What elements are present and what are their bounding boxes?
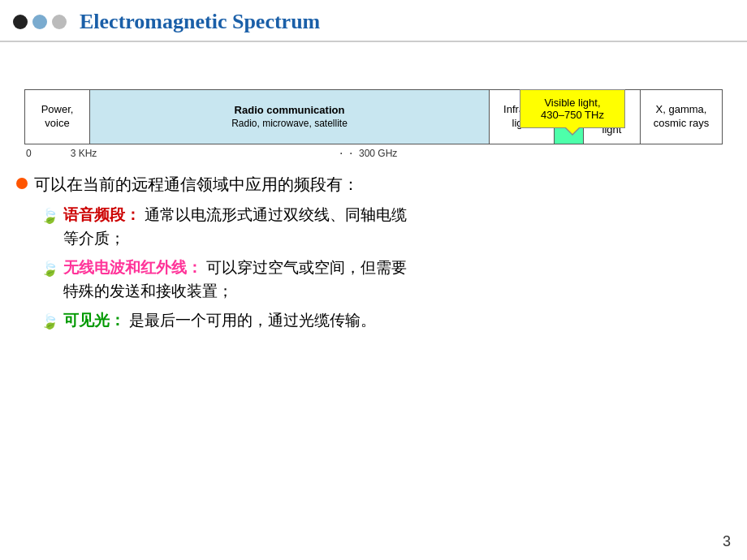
sub-item-3-body: 是最后一个可用的，通过光缆传输。 xyxy=(129,312,376,329)
freq-dot-1: · xyxy=(339,146,343,161)
frequency-labels: 0 3 KHz · · 300 GHz xyxy=(24,148,723,159)
dot-blue xyxy=(32,15,47,29)
window-dots xyxy=(13,15,67,29)
highlight-radio: 无线电波和红外线： xyxy=(63,259,202,276)
highlight-voice: 语音频段： xyxy=(63,206,140,223)
sub-item-2-text: 无线电波和红外线： 可以穿过空气或空间，但需要特殊的发送和接收装置； xyxy=(63,256,407,303)
sub-item-3: 🍃 可见光： 是最后一个可用的，通过光缆传输。 xyxy=(41,309,731,333)
freq-zero: 0 xyxy=(26,148,32,159)
spectrum-cell-power: Power,voice xyxy=(25,90,90,144)
spectrum-cell-radio: Radio communication Radio, microwave, sa… xyxy=(90,90,490,144)
freq-3k: 3 KHz xyxy=(71,148,97,159)
sub-bullet-2: 🍃 xyxy=(41,258,58,280)
highlight-visible: 可见光： xyxy=(63,312,125,329)
header: Electromagnetic Spectrum xyxy=(0,0,747,42)
spectrum-cell-xray: X, gamma,cosmic rays xyxy=(641,90,722,144)
sub-bullet-3: 🍃 xyxy=(41,311,58,333)
freq-dot-2: · xyxy=(349,146,352,161)
dot-gray xyxy=(52,15,67,29)
freq-300g: 300 GHz xyxy=(359,148,397,159)
main-bullet-dot xyxy=(16,178,28,189)
sub-item-1-text: 语音频段： 通常以电流形式通过双绞线、同轴电缆等介质； xyxy=(63,204,407,250)
sub-item-2: 🍃 无线电波和红外线： 可以穿过空气或空间，但需要特殊的发送和接收装置； xyxy=(41,256,731,303)
visible-light-callout: Visible light, 430–750 THz xyxy=(520,89,625,128)
sub-item-3-text: 可见光： 是最后一个可用的，通过光缆传输。 xyxy=(63,309,376,333)
dot-black xyxy=(13,15,28,29)
page-title: Electromagnetic Spectrum xyxy=(80,10,320,34)
callout-text: Visible light, 430–750 THz xyxy=(541,97,604,121)
content-area: 可以在当前的远程通信领域中应用的频段有： 🍃 语音频段： 通常以电流形式通过双绞… xyxy=(16,174,731,333)
main-bullet: 可以在当前的远程通信领域中应用的频段有： xyxy=(16,174,731,196)
sub-bullet-1: 🍃 xyxy=(41,205,58,227)
main-bullet-text: 可以在当前的远程通信领域中应用的频段有： xyxy=(34,174,359,196)
sub-item-1: 🍃 语音频段： 通常以电流形式通过双绞线、同轴电缆等介质； xyxy=(41,204,731,250)
page-number: 3 xyxy=(723,533,731,550)
spectrum-diagram: Visible light, 430–750 THz Power,voice R… xyxy=(24,89,723,159)
